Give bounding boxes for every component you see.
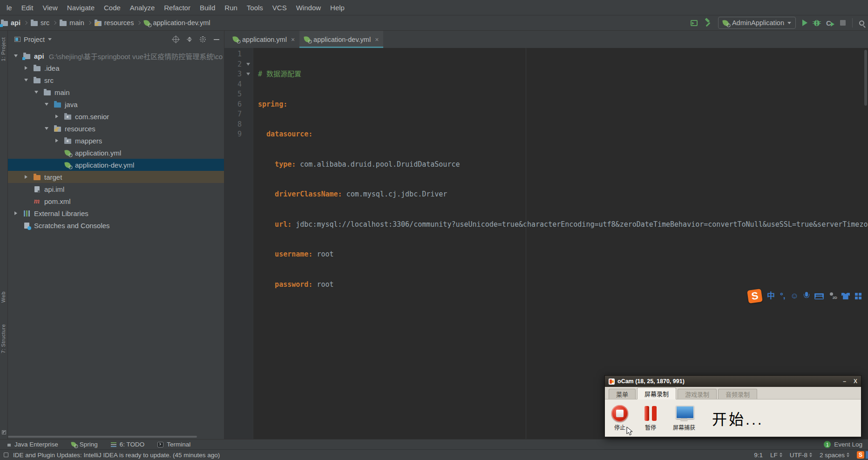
debug-icon[interactable] [814, 20, 820, 26]
ocam-tab-menu[interactable]: 菜单 [609, 389, 636, 399]
toolwindow-terminal[interactable]: Terminal [157, 441, 190, 448]
tree-item-pom-xml[interactable]: m pom.xml [8, 195, 224, 207]
stripe-project-button[interactable]: 1: Project [0, 37, 6, 61]
pause-record-button[interactable]: 暂停 [642, 405, 659, 431]
fold-expanded-icon[interactable] [246, 63, 250, 66]
horizontal-scrollbar[interactable] [8, 436, 197, 438]
resources-folder-icon [54, 127, 61, 132]
run-with-coverage-icon[interactable]: C [826, 19, 834, 27]
sogou-tray-icon[interactable]: S [857, 451, 864, 459]
menu-refactor[interactable]: Refactor [159, 0, 195, 15]
locate-file-icon[interactable] [173, 36, 179, 42]
tool-window-switcher-icon[interactable] [4, 453, 8, 457]
minimize-button[interactable]: – [843, 378, 846, 385]
breadcrumb-main[interactable]: main [60, 19, 84, 27]
ocam-tab-screen-record[interactable]: 屏幕录制 [637, 387, 676, 399]
sogou-logo[interactable]: S [747, 289, 763, 304]
chevron-collapsed-icon[interactable] [25, 175, 27, 179]
tree-item-api-iml[interactable]: api.iml [8, 183, 224, 195]
chinese-mode-icon[interactable]: 中 [767, 291, 775, 301]
ocam-tab-audio-record[interactable]: 音频录制 [718, 389, 757, 399]
run-configuration-select[interactable]: AdminApplication [718, 17, 796, 29]
search-icon[interactable] [859, 20, 864, 26]
tree-item-idea[interactable]: .idea [8, 62, 224, 74]
caret-position[interactable]: 9:1 [754, 452, 763, 459]
menu-view[interactable]: View [38, 0, 62, 15]
vertical-scrollbar[interactable] [864, 50, 867, 106]
menu-analyze[interactable]: Analyze [125, 0, 159, 15]
tree-item-api[interactable]: api G:\shejiing\基于springboot vue社区疫情防控管理… [8, 50, 224, 62]
tree-item-java[interactable]: java [8, 98, 224, 110]
fold-expanded-icon[interactable] [246, 73, 250, 75]
line-separator-select[interactable]: LF [770, 452, 782, 459]
tab-application-dev-yml[interactable]: application-dev.yml × [299, 31, 383, 48]
microphone-icon[interactable] [804, 292, 809, 300]
emoji-icon[interactable]: ☺ [791, 291, 799, 301]
tree-item-external-libraries[interactable]: External Libraries [8, 207, 224, 219]
run-icon[interactable] [802, 20, 807, 26]
gear-icon[interactable] [200, 36, 206, 42]
menu-file[interactable]: le [2, 0, 17, 15]
toolbox-icon[interactable] [855, 293, 862, 300]
project-panel-title[interactable]: Project [24, 36, 45, 43]
hide-panel-icon[interactable] [214, 39, 219, 40]
menu-navigate[interactable]: Navigate [62, 0, 99, 15]
tool-windows-grid-icon[interactable] [2, 430, 6, 434]
chevron-collapsed-icon[interactable] [55, 139, 58, 142]
encoding-select[interactable]: UTF-8 [790, 452, 812, 459]
tree-item-mappers[interactable]: mappers [8, 135, 224, 147]
chevron-collapsed-icon[interactable] [14, 211, 17, 215]
tree-item-target[interactable]: target [8, 171, 224, 183]
stripe-structure-button[interactable]: 7: Structure [0, 324, 6, 353]
close-button[interactable]: X [854, 378, 857, 385]
chevron-collapsed-icon[interactable] [55, 115, 58, 118]
toolwindow-java-enterprise[interactable]: Java Enterprise [6, 441, 58, 448]
menu-help[interactable]: Help [326, 0, 349, 15]
ocam-tab-game-record[interactable]: 游戏录制 [678, 389, 717, 399]
menu-window[interactable]: Window [292, 0, 326, 15]
indent-select[interactable]: 2 spaces [820, 452, 849, 459]
toolwindow-todo[interactable]: 6: TODO [111, 441, 145, 448]
status-message[interactable]: IDE and Plugin Updates: IntelliJ IDEA is… [13, 452, 220, 459]
input-2d-icon[interactable] [829, 292, 836, 300]
breadcrumb-module-api[interactable]: api [1, 19, 20, 27]
stop-record-button[interactable]: 停止 [611, 405, 628, 431]
keyboard-icon[interactable] [814, 293, 824, 299]
services-icon[interactable] [691, 20, 698, 26]
tree-item-com-senior[interactable]: com.senior [8, 110, 224, 122]
close-icon[interactable]: × [375, 36, 379, 43]
menu-run[interactable]: Run [220, 0, 242, 15]
menu-vcs[interactable]: VCS [268, 0, 292, 15]
chevron-expanded-icon[interactable] [45, 127, 48, 130]
breadcrumb-file[interactable]: application-dev.yml [144, 19, 210, 27]
stripe-web-button[interactable]: Web [0, 291, 6, 303]
tree-item-scratches[interactable]: Scratches and Consoles [8, 219, 224, 231]
ocam-title-bar[interactable]: oCam (18, 25, 1870, 991) – X [605, 376, 861, 387]
tree-item-src[interactable]: src [8, 74, 224, 86]
menu-build[interactable]: Build [195, 0, 220, 15]
tree-item-application-dev-yml[interactable]: application-dev.yml [8, 159, 224, 171]
menu-code[interactable]: Code [99, 0, 125, 15]
menu-edit[interactable]: Edit [17, 0, 38, 15]
collapse-all-icon[interactable] [187, 37, 192, 42]
toolwindow-spring[interactable]: Spring [71, 441, 98, 448]
close-icon[interactable]: × [291, 36, 295, 43]
chevron-expanded-icon[interactable] [14, 54, 18, 57]
chevron-expanded-icon[interactable] [24, 79, 28, 81]
build-hammer-icon[interactable] [704, 19, 712, 27]
tree-item-resources[interactable]: resources [8, 122, 224, 135]
tree-item-main[interactable]: main [8, 86, 224, 98]
tab-application-yml[interactable]: application.yml × [228, 31, 299, 48]
chevron-down-icon[interactable] [48, 38, 52, 41]
chevron-expanded-icon[interactable] [34, 91, 38, 94]
skin-icon[interactable] [841, 293, 850, 299]
chevron-collapsed-icon[interactable] [25, 66, 27, 70]
punctuation-icon[interactable]: °, [780, 291, 786, 301]
menu-tools[interactable]: Tools [242, 0, 268, 15]
chevron-expanded-icon[interactable] [45, 103, 48, 106]
tree-item-application-yml[interactable]: application.yml [8, 147, 224, 159]
breadcrumb-src[interactable]: src [31, 19, 49, 27]
event-log-button[interactable]: 1 Event Log [824, 441, 862, 448]
breadcrumb-resources[interactable]: resources [95, 19, 134, 27]
screen-capture-button[interactable]: 屏幕捕获 [673, 405, 695, 431]
